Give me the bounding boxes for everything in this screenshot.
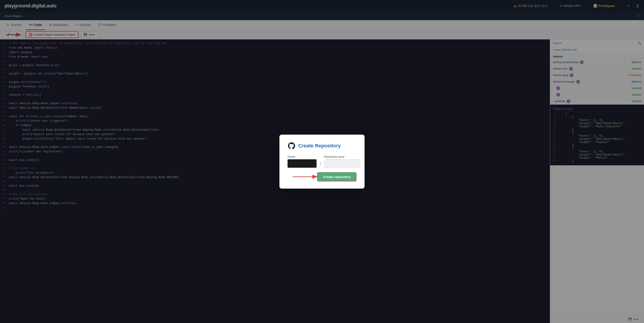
modal-title: Create Repository — [298, 143, 341, 149]
github-logo — [288, 142, 296, 150]
repo-name-input[interactable] — [324, 159, 360, 168]
create-repository-modal: Create Repository Owner / Repository nam… — [280, 134, 364, 188]
slash-divider: / — [319, 161, 322, 168]
owner-field-group: Owner — [288, 155, 316, 168]
modal-footer: Create repository — [288, 172, 356, 182]
arrow-annotation-2 — [293, 172, 320, 181]
modal-header: Create Repository — [288, 142, 356, 150]
repo-field-group: Repository name — [324, 155, 360, 168]
owner-input[interactable] — [288, 159, 316, 168]
modal-fields: Owner / Repository name — [288, 155, 356, 168]
repo-label: Repository name — [324, 155, 360, 158]
create-repo-label: Create repository — [323, 175, 351, 179]
owner-label: Owner — [288, 155, 316, 158]
modal-overlay: Create Repository Owner / Repository nam… — [0, 0, 644, 323]
create-repository-button[interactable]: Create repository — [317, 172, 356, 182]
